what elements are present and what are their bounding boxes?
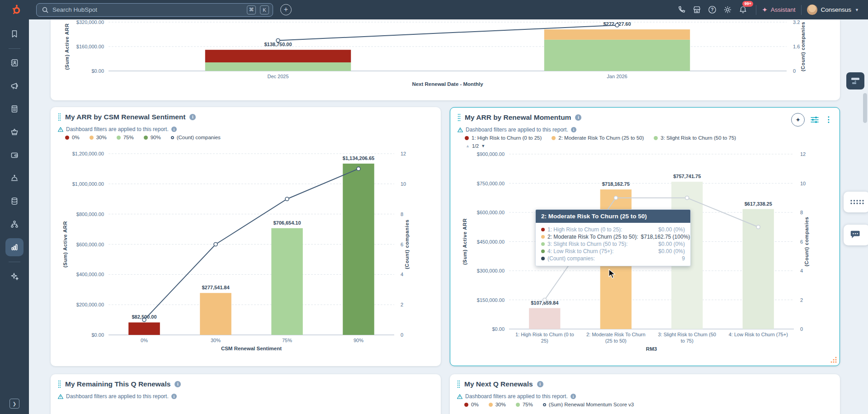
right-axis-tick-label: 3.2 — [793, 19, 800, 25]
legend-ring-marker — [543, 403, 546, 406]
settings-button[interactable] — [720, 2, 735, 18]
drag-handle-icon[interactable] — [58, 380, 61, 388]
tooltip-series-value: $718,162.75 (100%) — [641, 233, 690, 240]
assistant-button[interactable]: ✦ Assistant — [762, 6, 795, 14]
right-axis-tick-label: 1.6 — [793, 44, 800, 49]
legend-item[interactable]: 30% — [489, 402, 506, 407]
legend-label: 75% — [523, 402, 533, 407]
info-icon[interactable] — [171, 394, 177, 399]
report-card-next-renewal-date[interactable]: $320,000.00$160,000.00$0.003.21.60$138,7… — [51, 19, 840, 100]
x-axis-category-label: 75% — [282, 338, 292, 343]
bar-segment[interactable] — [271, 228, 303, 335]
top-navigation-bar: Search HubSpot ⌘ K ? 99+ — [0, 0, 868, 19]
report-card-remaining-this-q[interactable]: My Remaining This Q Renewals Dashboard f… — [51, 374, 441, 414]
sparkle-icon — [10, 272, 19, 281]
create-new-button[interactable] — [280, 4, 292, 15]
y-axis-tick-label: $150,000.00 — [477, 297, 505, 303]
line-point[interactable] — [756, 225, 760, 229]
sidebar-expand-button[interactable]: ❯ — [9, 399, 19, 409]
line-point[interactable] — [543, 298, 547, 302]
csm-renewal-sentiment-chart[interactable]: $1,200,000.00$1,000,000.00$800,000.00$60… — [51, 107, 441, 366]
line-point[interactable] — [214, 243, 217, 246]
right-axis-tick-label: 2 — [401, 302, 403, 307]
line-point[interactable] — [357, 167, 360, 170]
sidebar-item-commerce[interactable] — [5, 123, 24, 141]
drag-handle-icon[interactable] — [457, 380, 460, 388]
legend-dot-marker — [464, 403, 468, 407]
tooltip-series-label: 4: Low Risk to Churn (75+): — [547, 248, 613, 255]
bar-segment[interactable] — [200, 293, 231, 335]
bar-value-label: $757,741.75 — [673, 174, 701, 179]
tooltip-row: 2: Moderate Risk To Churn (25 to 50):$71… — [541, 233, 685, 240]
sidebar-item-automation[interactable] — [5, 215, 24, 233]
resize-grip-icon[interactable] — [830, 356, 837, 363]
y-axis-tick-label: $0.00 — [91, 68, 104, 74]
help-button[interactable]: ? — [704, 2, 720, 18]
info-icon[interactable] — [537, 381, 543, 387]
assistant-label: Assistant — [771, 6, 796, 13]
bar-segment[interactable] — [128, 322, 160, 335]
bar-segment[interactable] — [205, 62, 351, 71]
form-document-icon — [10, 104, 19, 113]
search-placeholder: Search HubSpot — [52, 6, 243, 13]
y-axis-title: (Sum) Active ARR — [62, 221, 68, 268]
x-axis-category-label: Dec 2025 — [267, 74, 288, 79]
legend-item[interactable]: 0% — [464, 402, 479, 407]
calling-button[interactable] — [674, 2, 689, 18]
sidebar-item-payments[interactable] — [5, 146, 24, 164]
sidebar-item-data[interactable] — [5, 192, 24, 210]
wallet-icon — [10, 151, 19, 160]
x-axis-title: CSM Renewal Sentiment — [221, 346, 282, 351]
line-point[interactable] — [685, 196, 689, 200]
tooltip-series-label: (Count) companies: — [547, 255, 595, 262]
sidebar-item-reporting-active[interactable] — [5, 238, 24, 256]
report-card-next-q-renewals[interactable]: My Next Q Renewals Dashboard filters are… — [450, 374, 840, 414]
report-card-renewal-momentum[interactable]: My ARR by Renewal Momentum Dashboard fil… — [450, 107, 840, 366]
sidebar-item-service[interactable] — [5, 169, 24, 187]
legend-dot-marker — [516, 403, 520, 407]
y-axis-tick-label: $900,000.00 — [477, 151, 505, 157]
line-point[interactable] — [142, 318, 146, 322]
line-point[interactable] — [276, 39, 280, 42]
next-renewal-date-chart[interactable]: $320,000.00$160,000.00$0.003.21.60$138,7… — [51, 19, 840, 100]
line-point[interactable] — [615, 24, 619, 27]
info-icon[interactable] — [175, 381, 181, 387]
bar-segment[interactable] — [205, 50, 351, 62]
hubspot-logo[interactable] — [11, 4, 23, 16]
legend-item[interactable]: 75% — [516, 402, 533, 407]
info-icon[interactable] — [571, 394, 576, 399]
megaphone-icon — [10, 81, 19, 90]
bar-segment[interactable] — [343, 164, 374, 335]
chat-bubble-icon — [850, 230, 861, 240]
bar-segment[interactable] — [544, 29, 690, 40]
account-menu[interactable]: Consensus ▼ — [807, 5, 859, 15]
sidebar-item-bookmarks[interactable] — [5, 25, 24, 43]
global-search-input[interactable]: Search HubSpot ⌘ K — [36, 3, 273, 17]
database-icon — [10, 197, 19, 206]
tooltip-row: 4: Low Risk to Churn (75+):$0.00 (0%) — [541, 248, 685, 255]
notifications-button[interactable]: 99+ — [735, 2, 750, 18]
line-point[interactable] — [285, 197, 289, 201]
vertical-scrollbar-thumb[interactable] — [863, 93, 867, 123]
marketplace-button[interactable] — [689, 2, 704, 18]
x-axis-category-label: 3: Slight Risk to Churn (50 — [658, 332, 716, 337]
sidebar-item-crm[interactable] — [5, 54, 24, 72]
topbar-divider — [756, 5, 756, 15]
side-panel-tab[interactable] — [846, 72, 864, 89]
account-name: Consensus — [821, 6, 852, 13]
bar-segment[interactable] — [529, 308, 560, 329]
line-point[interactable] — [614, 196, 618, 200]
y-axis-tick-label: $600,000.00 — [76, 242, 104, 247]
tooltip-series-label: 2: Moderate Risk To Churn (25 to 50): — [547, 233, 638, 240]
legend-item[interactable]: (Sum) Renewal Momentum Score v3 — [543, 402, 634, 407]
bar-segment[interactable] — [544, 40, 690, 71]
sidebar-item-content[interactable] — [5, 100, 24, 118]
bar-value-label: $1,134,206.65 — [343, 155, 374, 161]
x-axis-category-label: 4: Low Risk to Churn (75+) — [729, 332, 788, 337]
apps-grid-button[interactable] — [844, 192, 868, 212]
sidebar-item-ai[interactable] — [5, 267, 24, 285]
sidebar-item-marketing[interactable] — [5, 77, 24, 95]
report-card-csm-renewal-sentiment[interactable]: My ARR by CSM Renewal Sentiment Dashboar… — [51, 107, 441, 366]
chat-widget-button[interactable] — [844, 225, 868, 245]
right-axis-tick-label: 0 — [800, 326, 803, 332]
